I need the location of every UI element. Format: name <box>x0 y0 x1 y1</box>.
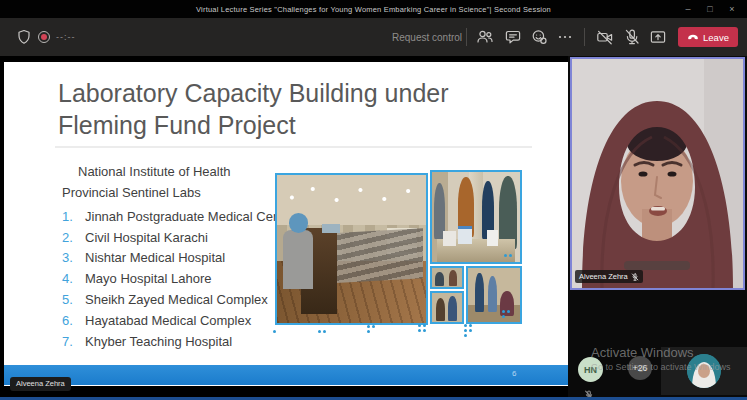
dot-cluster <box>464 324 473 337</box>
photo-group-small-1 <box>430 266 464 289</box>
list-item: Civil Hospital Karachi <box>62 227 295 248</box>
maximize-button[interactable]: □ <box>699 0 721 18</box>
mic-muted-icon <box>631 273 639 281</box>
shared-slide: Laboratory Capacity Building under Flemi… <box>4 62 568 386</box>
photo-decor <box>436 298 446 321</box>
share-screen-icon[interactable] <box>649 28 667 46</box>
participant-avatar[interactable]: HN <box>578 357 603 382</box>
window-controls: – □ × <box>677 0 743 18</box>
reactions-icon[interactable] <box>530 28 548 46</box>
list-item: Nishtar Medical Hospital <box>62 248 295 269</box>
dot-cluster <box>318 330 327 333</box>
overflow-participants-badge[interactable]: +26 <box>628 356 652 380</box>
photo-decor <box>435 272 444 286</box>
camera-off-icon[interactable] <box>596 28 614 46</box>
photo-decor <box>434 183 445 239</box>
overflow-count: +26 <box>633 363 647 373</box>
photo-group-small-2 <box>430 291 464 324</box>
chat-icon[interactable] <box>504 28 522 46</box>
labs-list: Jinnah Postgraduate Medical Centre Civil… <box>62 206 295 352</box>
photo-group-standing <box>466 266 522 324</box>
people-icon[interactable] <box>476 28 494 46</box>
list-item: Sheikh Zayed Medical Complex <box>62 289 295 310</box>
photo-decor <box>458 226 472 244</box>
mic-muted-icon <box>584 386 594 396</box>
photo-decor <box>283 230 313 289</box>
dot-cluster <box>418 324 427 332</box>
list-item: Hayatabad Medical Complex <box>62 310 295 331</box>
speaker-video-frame <box>572 59 743 288</box>
video-name-tag: Alveena Zehra <box>575 270 643 283</box>
leave-button-label: Leave <box>703 32 729 43</box>
teams-meeting-window: Virtual Lecture Series "Challenges for Y… <box>0 0 747 400</box>
participant-photo-avatar <box>687 354 721 388</box>
close-button[interactable]: × <box>721 0 743 18</box>
slide-org-heading: National Institute of Health <box>78 164 230 179</box>
photo-decor <box>488 276 497 313</box>
slide-footer-bar <box>4 365 568 385</box>
participants-panel: Alveena Zehra HN +26 Activate Wi <box>568 56 747 400</box>
toolbar-divider <box>466 28 467 46</box>
photo-decor <box>322 229 423 285</box>
window-title: Virtual Lecture Series "Challenges for Y… <box>196 5 551 14</box>
shield-icon <box>15 28 33 46</box>
speaker-name: Alveena Zehra <box>579 272 628 281</box>
participant-initials: HN <box>584 365 597 375</box>
meeting-toolbar: --:-- Request control Leave <box>0 18 747 56</box>
title-underline <box>55 146 532 148</box>
photo-lab-training <box>430 170 522 264</box>
photo-decor <box>289 213 308 232</box>
titlebar: Virtual Lecture Series "Challenges for Y… <box>0 0 747 18</box>
participant-video-thumbnail[interactable] <box>661 347 747 395</box>
slide-page-number: 6 <box>512 369 516 378</box>
dot-cluster <box>367 325 376 333</box>
photo-decor <box>487 230 498 246</box>
minimize-button[interactable]: – <box>677 0 699 18</box>
record-indicator-icon <box>38 31 50 43</box>
request-control-button[interactable]: Request control <box>392 32 462 43</box>
mic-off-icon[interactable] <box>623 28 641 46</box>
photo-decor <box>443 231 455 245</box>
dot-cluster <box>504 254 513 257</box>
list-item: Mayo Hospital Lahore <box>62 268 295 289</box>
photo-decor <box>448 296 457 321</box>
hijab-avatar-icon <box>687 354 721 388</box>
speaker-video-tile[interactable]: Alveena Zehra <box>570 57 745 290</box>
list-item: Khyber Teaching Hospital <box>62 331 295 352</box>
toolbar-divider <box>584 28 585 46</box>
phone-leave-icon <box>687 33 699 41</box>
leave-button[interactable]: Leave <box>678 27 738 47</box>
photo-decor <box>475 273 484 312</box>
meeting-timer: --:-- <box>56 32 76 42</box>
slide-subheading: Provincial Sentinel Labs <box>62 185 201 200</box>
presenter-name-label: Alveena Zehra <box>10 377 71 391</box>
photo-lecture-hall <box>275 173 428 325</box>
photo-decor <box>449 270 457 286</box>
dot-cluster <box>502 310 511 318</box>
slide-title: Laboratory Capacity Building under Flemi… <box>58 78 510 142</box>
photo-decor <box>322 224 340 233</box>
list-item: Jinnah Postgraduate Medical Centre <box>62 206 295 227</box>
more-options-icon[interactable] <box>556 28 574 46</box>
dot-cluster <box>273 330 277 333</box>
